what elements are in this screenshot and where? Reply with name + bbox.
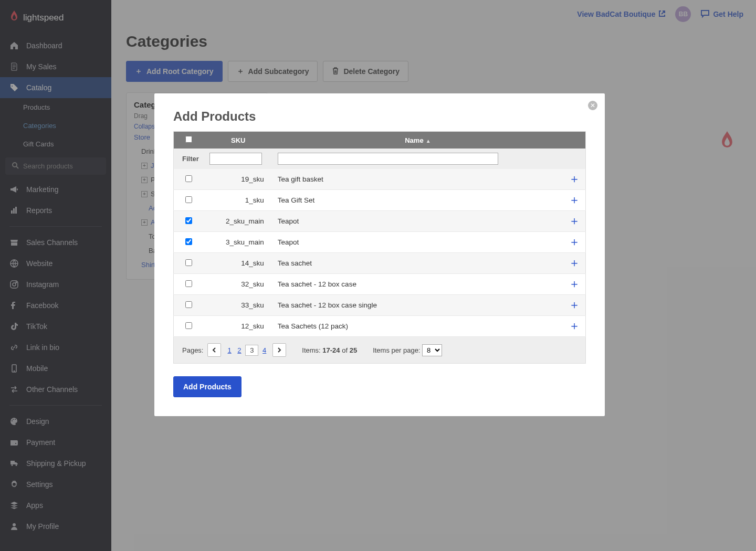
row-name: Teapot xyxy=(272,232,563,253)
select-all-header xyxy=(174,132,204,149)
pages-label: Pages: xyxy=(182,346,203,354)
items-per-page-select[interactable]: 8 xyxy=(422,344,442,356)
row-name: Tea gift basket xyxy=(272,169,563,190)
row-sku: 32_sku xyxy=(204,274,272,295)
pagination: Pages: 1 2 3 4 Items: 17-24 of 25 Items … xyxy=(173,337,586,364)
table-row: 2_sku_mainTeapot＋ xyxy=(174,211,586,232)
row-checkbox[interactable] xyxy=(185,280,192,287)
row-sku: 2_sku_main xyxy=(204,211,272,232)
page-link[interactable]: 1 xyxy=(225,346,233,354)
add-row-button[interactable]: ＋ xyxy=(569,174,580,184)
row-name: Tea sachet - 12 box case single xyxy=(272,295,563,316)
table-row: 19_skuTea gift basket＋ xyxy=(174,169,586,190)
sku-filter-input[interactable] xyxy=(209,153,262,165)
page-link[interactable]: 2 xyxy=(235,346,243,354)
row-checkbox[interactable] xyxy=(185,175,192,182)
row-name: Tea Gift Set xyxy=(272,190,563,211)
row-checkbox[interactable] xyxy=(185,301,192,308)
table-row: 32_skuTea sachet - 12 box case＋ xyxy=(174,274,586,295)
add-row-button[interactable]: ＋ xyxy=(569,216,580,226)
modal-title: Add Products xyxy=(173,109,586,124)
products-table: SKU Name▲ Filter 19_skuTea gift basket＋1… xyxy=(173,131,586,337)
table-row: 3_sku_mainTeapot＋ xyxy=(174,232,586,253)
current-page: 3 xyxy=(245,345,258,356)
row-sku: 19_sku xyxy=(204,169,272,190)
add-row-button[interactable]: ＋ xyxy=(569,195,580,205)
row-sku: 3_sku_main xyxy=(204,232,272,253)
page-link[interactable]: 4 xyxy=(260,346,268,354)
add-row-button[interactable]: ＋ xyxy=(569,237,580,247)
row-name: Tea Sachets (12 pack) xyxy=(272,316,563,337)
add-products-submit-button[interactable]: Add Products xyxy=(173,376,242,397)
row-checkbox[interactable] xyxy=(185,217,192,224)
sort-asc-icon: ▲ xyxy=(426,138,431,144)
row-sku: 12_sku xyxy=(204,316,272,337)
name-filter-input[interactable] xyxy=(278,153,498,165)
add-row-button[interactable]: ＋ xyxy=(569,258,580,268)
name-column-header[interactable]: Name▲ xyxy=(272,132,563,149)
prev-page-button[interactable] xyxy=(207,343,221,357)
row-name: Tea sachet - 12 box case xyxy=(272,274,563,295)
add-row-button[interactable]: ＋ xyxy=(569,279,580,289)
row-sku: 33_sku xyxy=(204,295,272,316)
close-icon[interactable]: ✕ xyxy=(588,101,597,110)
row-checkbox[interactable] xyxy=(185,196,192,203)
table-row: 33_skuTea sachet - 12 box case single＋ xyxy=(174,295,586,316)
table-row: 12_skuTea Sachets (12 pack)＋ xyxy=(174,316,586,337)
row-checkbox[interactable] xyxy=(185,259,192,266)
sku-column-header[interactable]: SKU xyxy=(204,132,272,149)
select-all-checkbox[interactable] xyxy=(185,136,192,143)
row-name: Teapot xyxy=(272,211,563,232)
row-checkbox[interactable] xyxy=(185,322,192,329)
row-sku: 14_sku xyxy=(204,253,272,274)
next-page-button[interactable] xyxy=(272,343,286,357)
table-row: 14_skuTea sachet＋ xyxy=(174,253,586,274)
row-sku: 1_sku xyxy=(204,190,272,211)
filter-label: Filter xyxy=(174,149,204,169)
add-row-button[interactable]: ＋ xyxy=(569,321,580,331)
row-checkbox[interactable] xyxy=(185,238,192,245)
row-name: Tea sachet xyxy=(272,253,563,274)
add-products-modal: ✕ Add Products SKU Name▲ Filter xyxy=(154,93,605,416)
add-row-button[interactable]: ＋ xyxy=(569,300,580,310)
table-row: 1_skuTea Gift Set＋ xyxy=(174,190,586,211)
